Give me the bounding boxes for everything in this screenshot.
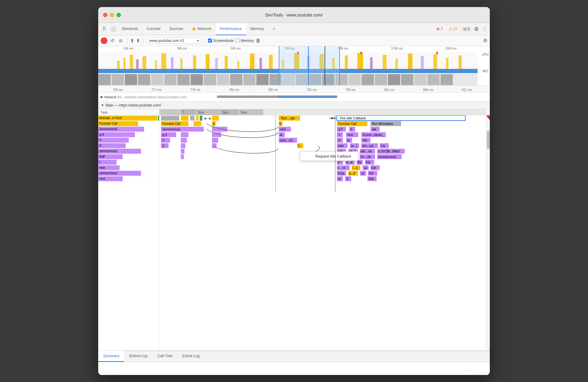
svg-rect-34 [437, 52, 438, 54]
url-dropdown-icon[interactable]: ▾ [197, 39, 199, 43]
record-button[interactable] [101, 37, 107, 44]
svg-rect-38 [196, 116, 199, 121]
device-icon[interactable]: ⬜ [109, 25, 117, 33]
tab-console[interactable]: Console [142, 23, 165, 35]
tab-more[interactable]: » [268, 23, 279, 35]
waa-bar[interactable]: waa [98, 165, 120, 170]
gs-bar[interactable]: g.S [98, 132, 135, 137]
network-sub-label: manifest.webmanifest (www.youtube.com) [124, 95, 187, 99]
svg-rect-13 [237, 61, 239, 69]
tab-elements[interactable]: Elements [118, 23, 142, 35]
net-label: NET [482, 69, 489, 73]
task-cell-rest [263, 109, 486, 115]
screenshot-thumb [401, 74, 413, 85]
timeline-overview[interactable]: 196 ms 396 ms 596 ms 796 ms 996 ms 1196 … [98, 46, 490, 86]
v-bar[interactable]: V [98, 138, 129, 143]
network-expand-arrow[interactable]: ▶ [101, 95, 103, 99]
screenshot-thumb [348, 74, 361, 85]
settings-icon[interactable]: ⚙ [474, 26, 479, 32]
cpu-label: CPU [482, 53, 489, 56]
tab-bottom-up[interactable]: Bottom-Up [124, 351, 152, 362]
svg-text:V: V [162, 139, 165, 142]
svg-rect-30 [446, 58, 448, 69]
tab-performance[interactable]: Performance [216, 23, 246, 35]
ruler-811: 811 ms [447, 87, 486, 92]
svg-text:ra: ra [361, 172, 364, 175]
main-thread-expand-arrow[interactable]: ▼ [101, 103, 104, 107]
svg-rect-29 [433, 54, 437, 69]
download-button[interactable]: ⬇ [136, 38, 140, 43]
svg-rect-1 [124, 58, 125, 69]
tab-network[interactable]: ⚠️ Network [188, 23, 216, 35]
screenshot-thumb [191, 74, 203, 85]
green-marker [158, 116, 159, 121]
tab-memory[interactable]: Memory [246, 23, 268, 35]
vertical-scrollbar[interactable] [486, 115, 490, 350]
ruler-596: 596 ms [209, 47, 262, 52]
svg-text:Fire Idle Callback: Fire Idle Callback [340, 116, 366, 120]
screenshots-checkbox-label[interactable]: Screenshots [208, 39, 234, 43]
svg-text:OQa: OQa [338, 172, 344, 175]
s-bar[interactable]: S [98, 143, 126, 148]
bap-bar[interactable]: BaP [98, 154, 123, 159]
anon-bar-2[interactable]: (anonymous) [98, 149, 141, 154]
collect-garbage-icon[interactable]: 🗑 [256, 38, 261, 43]
function-call-bar[interactable]: Function Call [98, 121, 138, 126]
timeline-selection[interactable] [279, 46, 340, 85]
svg-rect-26 [395, 58, 398, 69]
svg-text:Kib: Kib [366, 161, 370, 164]
error-badge: ⊗ 7 [434, 26, 445, 32]
ruler-1396: 1396 ms [424, 47, 478, 52]
tab-call-tree[interactable]: Call Tree [152, 351, 177, 362]
ruler-786: 786 ms [253, 87, 292, 92]
svg-rect-8 [180, 58, 182, 69]
svg-text:Request Idle Callback: Request Idle Callback [315, 154, 352, 159]
screenshot-thumb [362, 74, 374, 85]
anon-bar-1[interactable]: (anonymous) [98, 127, 144, 132]
tab-event-log[interactable]: Event Log [177, 351, 204, 362]
svg-rect-0 [117, 61, 120, 69]
close-button[interactable] [103, 13, 107, 17]
svg-text:→: → [190, 122, 193, 125]
scroll-indicator [486, 115, 490, 120]
tab-summary[interactable]: Summary [98, 351, 124, 362]
memory-checkbox[interactable] [236, 39, 240, 43]
cf-row-12: next [98, 176, 159, 182]
svg-text:ta: ta [347, 139, 350, 142]
memory-checkbox-label[interactable]: Memory [236, 39, 254, 43]
ruler-796: 796 ms [331, 87, 370, 92]
anim-fired-bar[interactable]: Animati...e Fired [98, 116, 157, 121]
tab-sources[interactable]: Sources [165, 23, 188, 35]
svg-rect-154 [181, 127, 192, 132]
capture-settings-icon[interactable]: ⚙ [483, 38, 487, 43]
next-bar[interactable]: next [98, 176, 123, 181]
more-options-icon[interactable]: ⋮ [482, 26, 487, 32]
anon-bar-3[interactable]: (anonymous) [98, 171, 141, 176]
cf-row-8: BaP [98, 154, 159, 159]
scrollbar-thumb[interactable] [487, 131, 490, 149]
cf-row-11: (anonymous) [98, 170, 159, 176]
svg-rect-12 [225, 56, 228, 69]
cf-row-1: Animati...e Fired [98, 115, 159, 121]
upload-button[interactable]: ⬆ [130, 38, 134, 43]
network-label: Network 3 ( [104, 95, 121, 99]
reload-button[interactable]: ↺ [109, 37, 116, 44]
svg-rect-16 [269, 55, 273, 69]
toolbar-right: ⊗ 7 ⚠ 37 ⊟ 8 ⚙ ⋮ [434, 26, 487, 32]
svg-text:Ba: Ba [358, 161, 362, 164]
inspect-icon[interactable]: ⠿ [101, 25, 108, 33]
minimize-button[interactable] [110, 13, 114, 17]
network-bar-blue [277, 96, 337, 98]
screenshots-checkbox[interactable] [208, 39, 212, 43]
t-bar[interactable]: t [98, 160, 117, 165]
maximize-button[interactable] [117, 13, 121, 17]
svg-text:b: b [351, 128, 352, 131]
svg-rect-159 [181, 154, 184, 159]
cancel-button[interactable]: ⊘ [117, 37, 124, 44]
screenshot-thumb [375, 74, 387, 85]
svg-text:next: next [280, 128, 286, 131]
svg-rect-31 [459, 55, 462, 69]
flame-chart-right[interactable]: ▶ ▶ Run ...sks Fire Idle Callback [159, 115, 486, 350]
svg-rect-35 [161, 116, 179, 121]
screenshot-thumb [243, 74, 255, 85]
